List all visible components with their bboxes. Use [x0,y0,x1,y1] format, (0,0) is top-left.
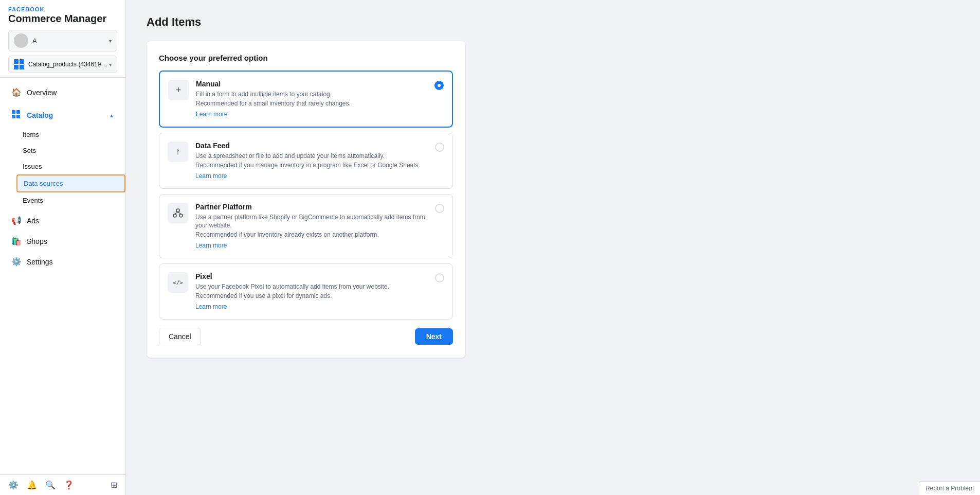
avatar [14,33,28,48]
pixel-rec: Recommended if you use a pixel for dynam… [195,292,428,299]
card-footer: Cancel Next [159,328,453,345]
partner-platform-content: Partner Platform Use a partner platform … [195,203,428,250]
sidebar-ads-label: Ads [27,217,39,225]
sidebar-item-overview[interactable]: 🏠 Overview [3,82,122,102]
svg-point-4 [176,209,179,212]
sidebar-settings-label: Settings [27,258,53,266]
data-feed-desc: Use a spreadsheet or file to add and upd… [195,152,428,161]
svg-line-8 [178,212,181,214]
settings-icon: ⚙️ [11,257,22,267]
cancel-button[interactable]: Cancel [159,328,201,345]
sidebar-header: FACEBOOK Commerce Manager A ▾ Catalog_pr… [0,0,125,78]
partner-platform-learn-more[interactable]: Learn more [195,242,227,249]
sidebar-item-issues[interactable]: Issues [16,158,125,174]
pixel-icon: </> [168,272,188,293]
pixel-radio[interactable] [435,273,444,282]
data-feed-icon: ↑ [168,142,188,162]
pixel-learn-more[interactable]: Learn more [195,303,227,310]
account-selector[interactable]: A ▾ [8,30,117,51]
partner-platform-title: Partner Platform [195,203,428,211]
account-name-label: A [32,37,109,45]
catalog-name-label: Catalog_products (43461994... [28,61,109,68]
data-feed-content: Data Feed Use a spreadsheet or file to a… [195,142,428,180]
app-title: Commerce Manager [8,12,117,25]
option-manual[interactable]: + Manual Fill in a form to add multiple … [159,70,453,128]
sidebar-item-data-sources[interactable]: Data sources [16,174,125,192]
manual-rec: Recommended for a small inventory that r… [196,100,427,107]
bell-icon[interactable]: 🔔 [27,480,37,490]
sidebar-shops-label: Shops [27,237,47,245]
pixel-content: Pixel Use your Facebook Pixel to automat… [195,272,428,311]
manual-icon: + [168,80,189,100]
sidebar-item-shops[interactable]: 🛍️ Shops [3,231,122,251]
sidebar: FACEBOOK Commerce Manager A ▾ Catalog_pr… [0,0,126,495]
catalog-chevron-icon: ▾ [109,62,112,67]
data-feed-rec: Recommended if you manage inventory in a… [195,162,428,169]
search-icon[interactable]: 🔍 [45,480,56,490]
manual-desc: Fill in a form to add multiple items to … [196,90,427,99]
help-icon[interactable]: ❓ [64,480,74,490]
chevron-down-icon: ▾ [109,38,112,44]
option-partner-platform[interactable]: Partner Platform Use a partner platform … [159,194,453,259]
sidebar-item-label: Overview [27,89,57,97]
catalog-sub-nav: Items Sets Issues Data sources Events [16,127,125,208]
sidebar-catalog-section: Catalog ▲ Items Sets Issues Data sources… [0,104,125,208]
sidebar-item-ads[interactable]: 📢 Ads [3,210,122,231]
option-pixel[interactable]: </> Pixel Use your Facebook Pixel to aut… [159,263,453,320]
catalog-selector[interactable]: Catalog_products (43461994... ▾ [8,56,117,73]
pixel-desc: Use your Facebook Pixel to automatically… [195,282,428,291]
svg-rect-3 [16,115,20,118]
next-button[interactable]: Next [415,328,453,345]
data-feed-learn-more[interactable]: Learn more [195,172,227,180]
option-data-feed[interactable]: ↑ Data Feed Use a spreadsheet or file to… [159,133,453,189]
partner-platform-icon [168,203,188,223]
ads-icon: 📢 [11,216,22,225]
pixel-title: Pixel [195,272,428,280]
data-feed-title: Data Feed [195,142,428,150]
facebook-brand-label: FACEBOOK [8,6,117,12]
partner-platform-rec: Recommended if your inventory already ex… [195,231,428,238]
page-title: Add Items [147,15,959,29]
gear-footer-icon[interactable]: ⚙️ [8,480,19,490]
home-icon: 🏠 [11,87,22,97]
manual-learn-more[interactable]: Learn more [196,111,227,118]
svg-point-5 [173,214,176,217]
card-subtitle: Choose your preferred option [159,54,453,62]
main-content: Add Items Choose your preferred option +… [126,0,980,495]
sidebar-footer: ⚙️ 🔔 🔍 ❓ ⊞ [0,474,125,495]
sidebar-item-items[interactable]: Items [16,127,125,143]
sidebar-item-events[interactable]: Events [16,192,125,208]
partner-platform-desc: Use a partner platform like Shopify or B… [195,213,428,231]
partner-platform-radio[interactable] [435,204,444,213]
catalog-icon [11,110,22,121]
svg-rect-2 [12,115,15,118]
sidebar-item-settings[interactable]: ⚙️ Settings [3,252,122,272]
svg-point-6 [179,214,183,217]
svg-rect-1 [16,110,20,114]
svg-rect-0 [12,110,15,114]
report-problem-button[interactable]: Report a Problem [919,481,980,495]
sidebar-nav: 🏠 Overview Catalog ▲ Items Sets [0,78,125,474]
manual-radio[interactable] [434,81,444,90]
catalog-chevron-up-icon: ▲ [109,113,114,118]
layout-icon[interactable]: ⊞ [111,480,117,490]
manual-title: Manual [196,80,427,88]
grid-icon [14,59,24,69]
data-feed-radio[interactable] [435,143,444,152]
svg-line-7 [175,212,178,214]
shops-icon: 🛍️ [11,236,22,246]
add-items-card: Choose your preferred option + Manual Fi… [147,41,465,358]
footer-icons-group: ⚙️ 🔔 🔍 ❓ [8,480,74,490]
sidebar-item-sets[interactable]: Sets [16,143,125,158]
sidebar-item-catalog[interactable]: Catalog ▲ [3,104,122,126]
catalog-label: Catalog [27,111,53,119]
manual-content: Manual Fill in a form to add multiple it… [196,80,427,118]
